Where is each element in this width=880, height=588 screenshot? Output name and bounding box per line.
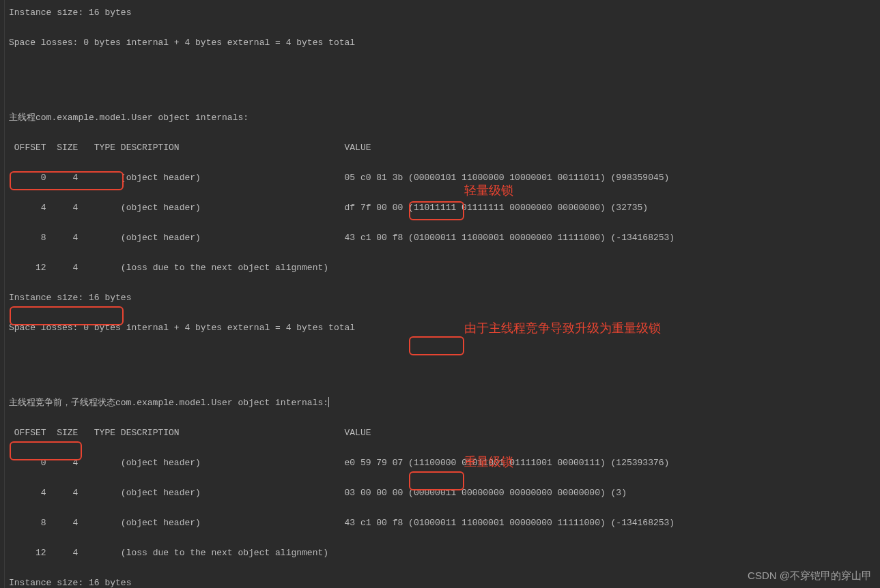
console-line: Instance size: 16 bytes xyxy=(9,576,675,588)
console-line: 8 4 (object header) 43 c1 00 f8 (0100001… xyxy=(9,516,675,531)
console-line: 4 4 (object header) 03 00 00 00 (0000001… xyxy=(9,486,675,501)
console-line: Instance size: 16 bytes xyxy=(9,291,675,306)
label-before-compete: 主线程竞争前，子线程状态 xyxy=(9,398,115,408)
column-header: OFFSET SIZE TYPE DESCRIPTION VALUE xyxy=(9,141,675,156)
console-output: Instance size: 16 bytes Space losses: 0 … xyxy=(4,0,675,588)
console-line: Space losses: 0 bytes internal + 4 bytes… xyxy=(9,321,675,336)
console-line xyxy=(9,351,675,366)
console-line: 8 4 (object header) 43 c1 00 f8 (0100001… xyxy=(9,231,675,246)
block-title: 主线程com.example.model.User object interna… xyxy=(9,111,675,126)
console-line: 12 4 (loss due to the next object alignm… xyxy=(9,546,675,561)
console-line xyxy=(9,65,675,80)
console-line: 12 4 (loss due to the next object alignm… xyxy=(9,261,675,276)
watermark: CSDN @不穿铠甲的穿山甲 xyxy=(748,570,872,583)
label-tail: com.example.model.User object internals: xyxy=(115,398,328,408)
block-title: 主线程竞争前，子线程状态com.example.model.User objec… xyxy=(9,396,675,411)
console-line: 0 4 (object header) e0 59 79 07 (1110000… xyxy=(9,456,675,471)
console-line: Space losses: 0 bytes internal + 4 bytes… xyxy=(9,35,675,50)
column-header: OFFSET SIZE TYPE DESCRIPTION VALUE xyxy=(9,426,675,441)
console-line: 4 4 (object header) df 7f 00 00 (1101111… xyxy=(9,201,675,216)
text-cursor xyxy=(328,397,329,407)
console-line: Instance size: 16 bytes xyxy=(9,5,675,20)
console-line: 0 4 (object header) 05 c0 81 3b (0000010… xyxy=(9,171,675,186)
bin-highlight: (11100000 xyxy=(408,458,456,468)
